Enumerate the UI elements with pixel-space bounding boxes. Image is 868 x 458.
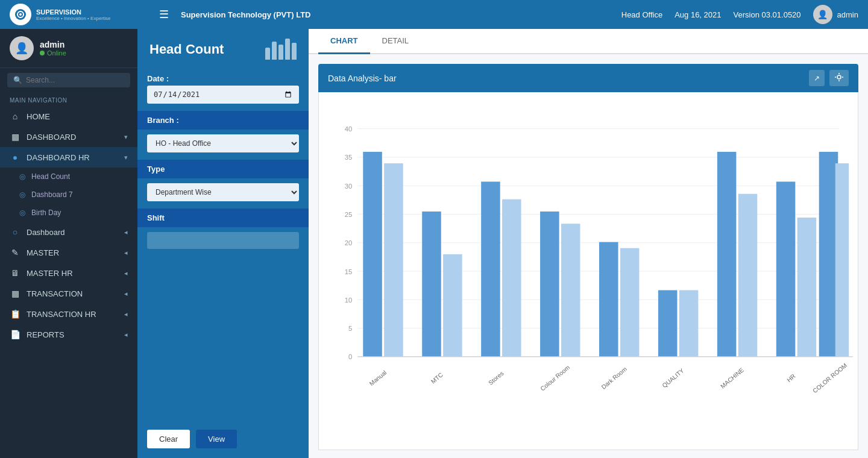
expand-button[interactable]: ↗ <box>809 70 825 86</box>
branch-label: Branch : <box>137 111 309 130</box>
chart-options-button[interactable] <box>829 70 849 86</box>
panel-title: Head Count <box>149 42 224 57</box>
sidebar: 👤 admin Online 🔍 MAIN NAVIGATION ⌂ HOME … <box>0 29 137 458</box>
shift-input[interactable] <box>147 232 299 249</box>
sidebar-item-label: Dashboard 7 <box>31 190 73 199</box>
view-button[interactable]: View <box>196 430 237 448</box>
dashboard-icon: ▦ <box>10 132 20 142</box>
svg-text:MACHINE: MACHINE <box>719 366 745 390</box>
svg-text:Manual: Manual <box>368 369 388 387</box>
bar <box>620 248 640 357</box>
sidebar-item-home[interactable]: ⌂ HOME <box>0 106 137 127</box>
svg-text:40: 40 <box>345 125 353 133</box>
sidebar-item-label: Dashboard <box>27 228 65 237</box>
bar <box>776 181 796 356</box>
sidebar-item-master[interactable]: ✎ MASTER ◂ <box>0 242 137 263</box>
sidebar-item-head-count[interactable]: ◎ Head Count <box>0 168 137 186</box>
tab-detail[interactable]: DETAIL <box>370 29 421 54</box>
sidebar-item-dashboard2[interactable]: ○ Dashboard ◂ <box>0 222 137 242</box>
svg-text:20: 20 <box>345 239 353 246</box>
circle-icon: ○ <box>10 227 20 237</box>
sidebar-item-label: TRANSACTION HR <box>27 310 96 319</box>
user-panel: 👤 admin Online <box>0 29 137 68</box>
type-select[interactable]: Department Wise Section Wise <box>147 183 299 201</box>
branch-section: HO - Head Office Branch 1 Branch 2 <box>137 130 309 160</box>
shift-section <box>137 227 309 256</box>
form-footer: Clear View <box>137 420 309 458</box>
sub-icon: ◎ <box>19 209 25 217</box>
chevron-left-icon: ◂ <box>124 331 128 339</box>
edit-icon: ✎ <box>10 248 20 257</box>
svg-text:HR: HR <box>785 373 796 384</box>
sidebar-item-dashboard[interactable]: ▦ DASHBOARD ▾ <box>0 127 137 147</box>
sidebar-item-label: DASHBOARD HR <box>27 153 90 162</box>
branch-select[interactable]: HO - Head Office Branch 1 Branch 2 <box>147 134 299 152</box>
clipboard-icon: 📋 <box>10 309 20 319</box>
sidebar-item-dashboard-hr[interactable]: ● DASHBOARD HR ▾ <box>0 147 137 168</box>
tab-chart[interactable]: CHART <box>318 29 370 54</box>
sidebar-item-label: MASTER HR <box>27 269 73 278</box>
sidebar-item-transaction[interactable]: ▦ TRANSACTION ◂ <box>0 283 137 304</box>
bar <box>599 242 618 357</box>
type-section: Department Wise Section Wise <box>137 178 309 209</box>
date-section: Date : <box>137 69 309 111</box>
chart-container: 0 5 10 15 20 25 30 35 40 Manual <box>318 92 858 450</box>
svg-text:30: 30 <box>345 183 353 190</box>
chevron-left-icon: ◂ <box>124 310 128 318</box>
user-status: Online <box>40 49 66 57</box>
current-date: Aug 16, 2021 <box>675 10 721 19</box>
chevron-left-icon: ◂ <box>124 228 128 236</box>
clear-button[interactable]: Clear <box>147 430 190 448</box>
chart-area: Data Analysis- bar ↗ <box>309 54 868 458</box>
avatar: 👤 <box>813 5 832 24</box>
sub-icon: ◎ <box>19 172 25 181</box>
sidebar-item-master-hr[interactable]: 🖥 MASTER HR ◂ <box>0 263 137 283</box>
svg-text:MTC: MTC <box>430 371 444 385</box>
search-bar[interactable]: 🔍 <box>7 73 130 87</box>
search-input[interactable] <box>26 76 124 84</box>
sidebar-item-label: TRANSACTION <box>27 289 83 298</box>
svg-text:COLOR ROOM: COLOR ROOM <box>811 362 848 395</box>
svg-text:Colour Room: Colour Room <box>539 364 571 392</box>
top-navigation: SUPERVISION Excellence • Innovation • Ex… <box>0 0 868 29</box>
chevron-left-icon: ◂ <box>124 290 128 298</box>
hamburger-menu[interactable]: ☰ <box>159 8 169 21</box>
bar <box>835 163 849 357</box>
shift-label: Shift <box>137 209 309 227</box>
date-input[interactable] <box>147 86 299 104</box>
bar <box>502 199 521 357</box>
bar <box>561 224 580 357</box>
svg-text:5: 5 <box>348 325 352 332</box>
bar <box>363 152 382 357</box>
sidebar-item-label: REPORTS <box>27 330 64 339</box>
chart-header: Data Analysis- bar ↗ <box>318 64 858 92</box>
sidebar-item-dashboard7[interactable]: ◎ Dashboard 7 <box>0 186 137 204</box>
nav-section-label: MAIN NAVIGATION <box>0 92 137 106</box>
office-name: Head Office <box>621 10 662 19</box>
tabs-bar: CHART DETAIL <box>309 29 868 54</box>
logo-icon <box>10 4 31 25</box>
sidebar-item-birthday[interactable]: ◎ Birth Day <box>0 204 137 222</box>
bar <box>679 290 699 357</box>
search-icon: 🔍 <box>13 76 22 84</box>
bar <box>797 218 817 357</box>
avatar: 👤 <box>10 36 34 60</box>
sidebar-item-label: DASHBOARD <box>27 133 76 142</box>
chart-controls: ↗ <box>809 70 849 86</box>
sidebar-item-transaction-hr[interactable]: 📋 TRANSACTION HR ◂ <box>0 304 137 324</box>
monitor-icon: 🖥 <box>10 268 20 278</box>
svg-text:QUALITY: QUALITY <box>661 367 685 389</box>
chart-icon <box>265 39 297 60</box>
logo-text: SUPERVISION Excellence • Innovation • Ex… <box>36 8 110 21</box>
username: admin <box>40 40 66 49</box>
home-icon: ⌂ <box>10 111 20 121</box>
svg-text:35: 35 <box>345 154 353 161</box>
svg-point-3 <box>837 75 841 79</box>
bar <box>443 254 462 357</box>
sidebar-item-reports[interactable]: 📄 REPORTS ◂ <box>0 324 137 345</box>
company-name: Supervision Technology (PVT) LTD <box>181 10 609 19</box>
document-icon: 📄 <box>10 330 20 339</box>
svg-text:10: 10 <box>345 296 353 304</box>
bar <box>481 181 500 356</box>
bar4 <box>285 39 290 60</box>
